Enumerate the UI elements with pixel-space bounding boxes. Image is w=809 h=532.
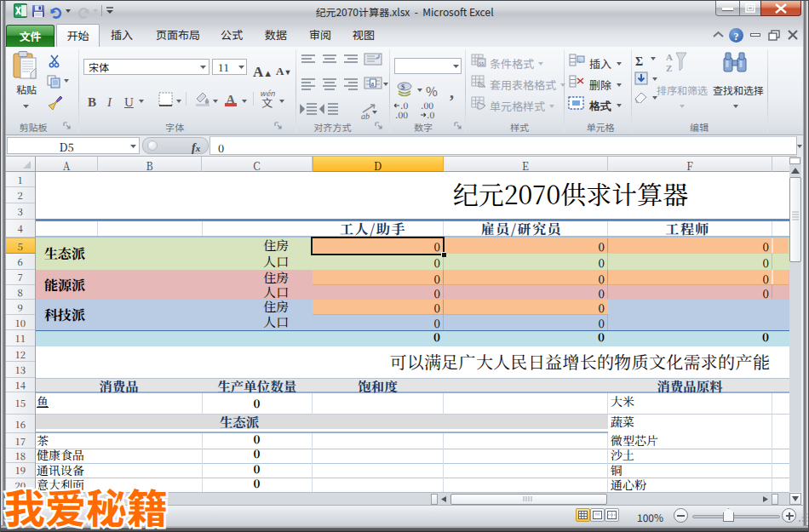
svg-text:.00: .00: [395, 108, 408, 121]
svg-text:.0: .0: [427, 108, 434, 121]
svg-text:a: a: [371, 78, 375, 88]
svg-text:$: $: [401, 82, 405, 92]
svg-text:Z: Z: [666, 60, 672, 73]
svg-text:我爱秘籍: 我爱秘籍: [4, 483, 168, 532]
svg-text:ss: ss: [479, 59, 485, 67]
svg-text:ab: ab: [361, 109, 370, 122]
